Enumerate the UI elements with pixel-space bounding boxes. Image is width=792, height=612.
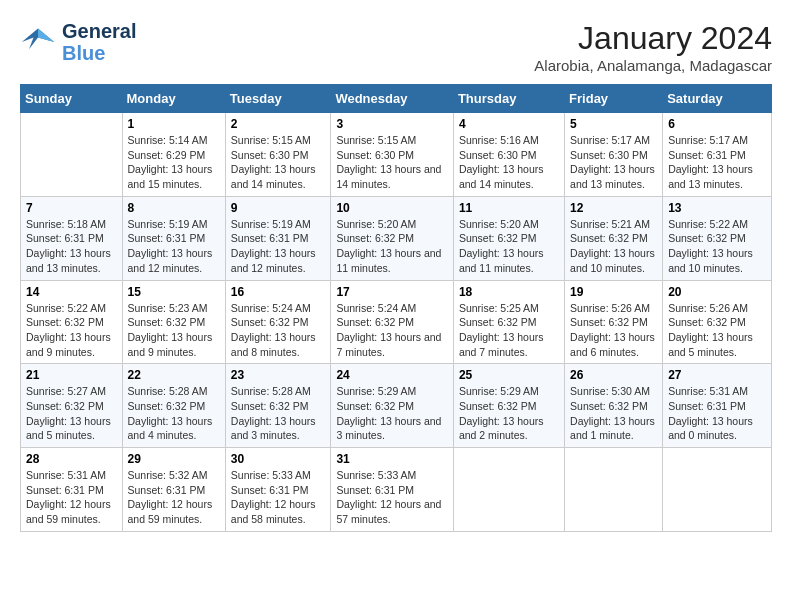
day-info: Sunrise: 5:17 AM Sunset: 6:31 PM Dayligh… [668, 133, 766, 192]
calendar-cell: 10Sunrise: 5:20 AM Sunset: 6:32 PM Dayli… [331, 196, 454, 280]
page-header: General Blue January 2024 Alarobia, Anal… [20, 20, 772, 74]
day-number: 22 [128, 368, 220, 382]
weekday-header: Saturday [663, 85, 772, 113]
day-info: Sunrise: 5:33 AM Sunset: 6:31 PM Dayligh… [231, 468, 326, 527]
calendar-cell: 16Sunrise: 5:24 AM Sunset: 6:32 PM Dayli… [225, 280, 331, 364]
day-number: 17 [336, 285, 448, 299]
calendar-cell: 17Sunrise: 5:24 AM Sunset: 6:32 PM Dayli… [331, 280, 454, 364]
day-info: Sunrise: 5:28 AM Sunset: 6:32 PM Dayligh… [128, 384, 220, 443]
day-number: 10 [336, 201, 448, 215]
day-info: Sunrise: 5:17 AM Sunset: 6:30 PM Dayligh… [570, 133, 657, 192]
day-number: 3 [336, 117, 448, 131]
day-number: 29 [128, 452, 220, 466]
day-number: 27 [668, 368, 766, 382]
month-year-title: January 2024 [534, 20, 772, 57]
calendar-cell: 23Sunrise: 5:28 AM Sunset: 6:32 PM Dayli… [225, 364, 331, 448]
svg-marker-1 [38, 29, 54, 43]
day-number: 15 [128, 285, 220, 299]
day-info: Sunrise: 5:20 AM Sunset: 6:32 PM Dayligh… [459, 217, 559, 276]
calendar-cell: 29Sunrise: 5:32 AM Sunset: 6:31 PM Dayli… [122, 448, 225, 532]
day-info: Sunrise: 5:30 AM Sunset: 6:32 PM Dayligh… [570, 384, 657, 443]
logo-text: General Blue [62, 20, 136, 64]
weekday-header: Wednesday [331, 85, 454, 113]
calendar-cell: 11Sunrise: 5:20 AM Sunset: 6:32 PM Dayli… [453, 196, 564, 280]
day-number: 28 [26, 452, 117, 466]
calendar-cell: 28Sunrise: 5:31 AM Sunset: 6:31 PM Dayli… [21, 448, 123, 532]
calendar-cell: 8Sunrise: 5:19 AM Sunset: 6:31 PM Daylig… [122, 196, 225, 280]
day-number: 18 [459, 285, 559, 299]
calendar-cell: 5Sunrise: 5:17 AM Sunset: 6:30 PM Daylig… [565, 113, 663, 197]
logo: General Blue [20, 20, 136, 64]
calendar-cell: 19Sunrise: 5:26 AM Sunset: 6:32 PM Dayli… [565, 280, 663, 364]
day-info: Sunrise: 5:23 AM Sunset: 6:32 PM Dayligh… [128, 301, 220, 360]
calendar-week-row: 28Sunrise: 5:31 AM Sunset: 6:31 PM Dayli… [21, 448, 772, 532]
calendar-cell: 9Sunrise: 5:19 AM Sunset: 6:31 PM Daylig… [225, 196, 331, 280]
calendar-cell: 13Sunrise: 5:22 AM Sunset: 6:32 PM Dayli… [663, 196, 772, 280]
calendar-cell: 2Sunrise: 5:15 AM Sunset: 6:30 PM Daylig… [225, 113, 331, 197]
calendar-cell: 27Sunrise: 5:31 AM Sunset: 6:31 PM Dayli… [663, 364, 772, 448]
day-info: Sunrise: 5:31 AM Sunset: 6:31 PM Dayligh… [26, 468, 117, 527]
calendar-cell: 31Sunrise: 5:33 AM Sunset: 6:31 PM Dayli… [331, 448, 454, 532]
calendar-cell [21, 113, 123, 197]
day-info: Sunrise: 5:24 AM Sunset: 6:32 PM Dayligh… [336, 301, 448, 360]
calendar-cell: 18Sunrise: 5:25 AM Sunset: 6:32 PM Dayli… [453, 280, 564, 364]
day-info: Sunrise: 5:18 AM Sunset: 6:31 PM Dayligh… [26, 217, 117, 276]
calendar-cell: 25Sunrise: 5:29 AM Sunset: 6:32 PM Dayli… [453, 364, 564, 448]
day-info: Sunrise: 5:28 AM Sunset: 6:32 PM Dayligh… [231, 384, 326, 443]
day-info: Sunrise: 5:21 AM Sunset: 6:32 PM Dayligh… [570, 217, 657, 276]
day-number: 8 [128, 201, 220, 215]
calendar-week-row: 14Sunrise: 5:22 AM Sunset: 6:32 PM Dayli… [21, 280, 772, 364]
day-info: Sunrise: 5:14 AM Sunset: 6:29 PM Dayligh… [128, 133, 220, 192]
day-number: 20 [668, 285, 766, 299]
day-number: 14 [26, 285, 117, 299]
day-info: Sunrise: 5:27 AM Sunset: 6:32 PM Dayligh… [26, 384, 117, 443]
calendar-cell: 20Sunrise: 5:26 AM Sunset: 6:32 PM Dayli… [663, 280, 772, 364]
calendar-cell: 4Sunrise: 5:16 AM Sunset: 6:30 PM Daylig… [453, 113, 564, 197]
day-number: 31 [336, 452, 448, 466]
day-number: 12 [570, 201, 657, 215]
calendar-cell [663, 448, 772, 532]
day-number: 19 [570, 285, 657, 299]
calendar-cell: 26Sunrise: 5:30 AM Sunset: 6:32 PM Dayli… [565, 364, 663, 448]
day-info: Sunrise: 5:22 AM Sunset: 6:32 PM Dayligh… [668, 217, 766, 276]
calendar-cell: 21Sunrise: 5:27 AM Sunset: 6:32 PM Dayli… [21, 364, 123, 448]
day-number: 11 [459, 201, 559, 215]
day-info: Sunrise: 5:19 AM Sunset: 6:31 PM Dayligh… [128, 217, 220, 276]
day-info: Sunrise: 5:19 AM Sunset: 6:31 PM Dayligh… [231, 217, 326, 276]
day-info: Sunrise: 5:15 AM Sunset: 6:30 PM Dayligh… [231, 133, 326, 192]
day-info: Sunrise: 5:33 AM Sunset: 6:31 PM Dayligh… [336, 468, 448, 527]
day-info: Sunrise: 5:29 AM Sunset: 6:32 PM Dayligh… [459, 384, 559, 443]
weekday-header: Friday [565, 85, 663, 113]
day-info: Sunrise: 5:26 AM Sunset: 6:32 PM Dayligh… [668, 301, 766, 360]
calendar-cell: 7Sunrise: 5:18 AM Sunset: 6:31 PM Daylig… [21, 196, 123, 280]
day-number: 6 [668, 117, 766, 131]
day-info: Sunrise: 5:26 AM Sunset: 6:32 PM Dayligh… [570, 301, 657, 360]
day-number: 9 [231, 201, 326, 215]
calendar-cell: 15Sunrise: 5:23 AM Sunset: 6:32 PM Dayli… [122, 280, 225, 364]
logo-icon [20, 24, 56, 60]
day-number: 16 [231, 285, 326, 299]
title-area: January 2024 Alarobia, Analamanga, Madag… [534, 20, 772, 74]
day-info: Sunrise: 5:16 AM Sunset: 6:30 PM Dayligh… [459, 133, 559, 192]
day-info: Sunrise: 5:20 AM Sunset: 6:32 PM Dayligh… [336, 217, 448, 276]
day-number: 13 [668, 201, 766, 215]
location-subtitle: Alarobia, Analamanga, Madagascar [534, 57, 772, 74]
calendar-cell: 1Sunrise: 5:14 AM Sunset: 6:29 PM Daylig… [122, 113, 225, 197]
calendar-week-row: 21Sunrise: 5:27 AM Sunset: 6:32 PM Dayli… [21, 364, 772, 448]
day-number: 2 [231, 117, 326, 131]
calendar-cell: 12Sunrise: 5:21 AM Sunset: 6:32 PM Dayli… [565, 196, 663, 280]
calendar-header: SundayMondayTuesdayWednesdayThursdayFrid… [21, 85, 772, 113]
day-info: Sunrise: 5:22 AM Sunset: 6:32 PM Dayligh… [26, 301, 117, 360]
calendar-cell: 3Sunrise: 5:15 AM Sunset: 6:30 PM Daylig… [331, 113, 454, 197]
calendar-cell: 14Sunrise: 5:22 AM Sunset: 6:32 PM Dayli… [21, 280, 123, 364]
day-info: Sunrise: 5:32 AM Sunset: 6:31 PM Dayligh… [128, 468, 220, 527]
calendar-week-row: 7Sunrise: 5:18 AM Sunset: 6:31 PM Daylig… [21, 196, 772, 280]
day-number: 5 [570, 117, 657, 131]
day-number: 24 [336, 368, 448, 382]
calendar-table: SundayMondayTuesdayWednesdayThursdayFrid… [20, 84, 772, 532]
day-info: Sunrise: 5:24 AM Sunset: 6:32 PM Dayligh… [231, 301, 326, 360]
calendar-cell: 22Sunrise: 5:28 AM Sunset: 6:32 PM Dayli… [122, 364, 225, 448]
calendar-body: 1Sunrise: 5:14 AM Sunset: 6:29 PM Daylig… [21, 113, 772, 532]
calendar-cell [565, 448, 663, 532]
calendar-cell: 30Sunrise: 5:33 AM Sunset: 6:31 PM Dayli… [225, 448, 331, 532]
